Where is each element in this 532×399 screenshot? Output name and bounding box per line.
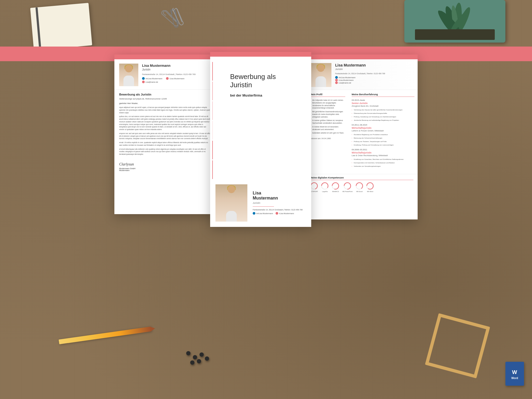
cover-letter-body: Bewerbung als Juristin Stellenanzeige au…: [114, 90, 215, 160]
person-divider: [253, 206, 274, 207]
svg-text:W: W: [512, 369, 517, 375]
cv-body: Mein Profil Als Volljuristin habe ich im…: [306, 90, 418, 173]
letter-para-1: oque adipisunt sam qui archi! xqam, ut l…: [119, 106, 211, 114]
pos2-bullet-1: Rechtliche Begleitung von Produkten entw…: [352, 134, 414, 136]
word-icon: W Word: [505, 362, 524, 386]
pushpin-3: [200, 352, 204, 357]
twitter-right: /Lisa-Mustermann: [335, 79, 385, 81]
stripe-6: [212, 160, 223, 179]
skill-label-2: WinMACS: [332, 191, 339, 192]
person-info-middle: Lisa Mustermann Juristin Fantasiestraße …: [253, 190, 303, 215]
pushpin-5: [197, 359, 201, 363]
skill-label-1: LegalVis: [322, 191, 328, 192]
skill-item-2: WinMACS: [332, 182, 339, 192]
pos3-bullet-2: Korrespondenz mit Gerichten, Schiedswese…: [352, 162, 414, 164]
svg-rect-0: [415, 29, 495, 40]
doc-pink-top-middle: [210, 52, 311, 57]
cover-letter-header: Lisa Mustermann Juristin Fantasiestraße …: [114, 59, 215, 90]
twitter-left: /Lisa-Mustermann: [166, 77, 184, 80]
cv-jobtitle-3: Wirtschaftsjuristin: [352, 151, 414, 154]
stripe-3: [212, 101, 223, 120]
profile-section-title: Mein Profil: [310, 93, 345, 97]
pos1-bullet-3: Prüfung, Gestaltung und Verwaltung von D…: [352, 116, 414, 118]
letter-para-3: empore nec aut luat quis sare oum velte …: [119, 132, 211, 140]
person-title-middle: Juristin: [253, 202, 303, 204]
cv-right-col: Meine Berufserfahrung 09.2015–heute Seni…: [348, 90, 418, 173]
word-label: Word: [511, 377, 518, 380]
pushpin-6: [205, 356, 209, 361]
letter-signature: Clarlysun Mustermann GmbH Mustermann: [114, 160, 215, 173]
pos3-bullet-3: Vorbereite von Verwaltungslandungen: [352, 165, 414, 168]
profile-bullet-2: Bei gerichtlichen Auseinandersetzungen k…: [310, 110, 345, 118]
name-right: Lisa Mustermann: [335, 63, 385, 67]
pushpin-4: [190, 360, 194, 365]
company-name: bei der Musterfirma: [230, 93, 306, 97]
pos2-bullet-4: Erstellung, Prüfung und Verwaltung von L…: [352, 144, 414, 146]
signature-title: Mustermann: [119, 169, 211, 171]
letter-para-5: et erunt dolumquaur alis dollorem volo q…: [119, 148, 211, 156]
title-bottom: Lisa Mustermann Juristin Fantasiestraße …: [210, 184, 311, 227]
stripe-5: [212, 141, 223, 159]
pos3-bullet-1: Erstellung von Gutachten, Berichten und …: [352, 158, 414, 161]
letter-para-2: quibus dus, cor aut eweoo corem pkene es…: [119, 115, 211, 131]
cv-document: Lisa Mustermann Juristin Fantasiestraße …: [306, 55, 418, 219]
linkedin-right: /in/Lisa-Mustermann: [335, 76, 385, 79]
linkedin-left: /in/Lisa-Mustermann: [142, 77, 162, 80]
skill-item-4: MS Excel: [356, 182, 363, 192]
skill-label-0: ACTAPORT: [310, 191, 318, 192]
profile-bullet-5: Außerdem arbeite ich sehr gern im Team.: [310, 132, 345, 134]
cv-date-3: 09.2006–03.2011: [352, 148, 414, 151]
letter-greeting: geehrter Herr Muster,: [119, 102, 211, 105]
skill-item-0: ACTAPORT: [310, 182, 318, 192]
letter-para-4: ernali. Ut enifus explicib in core, qual…: [119, 141, 211, 147]
doc-pink-top-right: [306, 55, 418, 59]
cover-letter-document: Lisa Mustermann Juristin Fantasiestraße …: [114, 55, 215, 214]
profile-bullet-1: Als Volljuristin habe ich im Laufe meine…: [310, 99, 345, 109]
stripe-1: [212, 62, 223, 81]
signature-company: Mustermann GmbH: [119, 168, 211, 169]
cv-jobtitle-2: Wirtschaftsjuristin: [352, 127, 414, 129]
documents-container: Lisa Mustermann Juristin Fantasiestraße …: [0, 52, 532, 227]
cv-date-1: 09.2015–heute: [352, 99, 414, 101]
title-content: Bewerbung als Juristin bei der Musterfir…: [225, 57, 311, 184]
name-left: Lisa Mustermann: [142, 64, 196, 68]
person-photo-middle: [215, 184, 247, 222]
bewerbung-title: Bewerbung als Juristin: [230, 73, 306, 89]
decorative-stripes: [210, 57, 225, 184]
avatar-left: [119, 64, 138, 86]
avatar-right: [310, 63, 331, 87]
letter-subject: Bewerbung als Juristin: [119, 93, 211, 96]
skills-section: Meine digitalen Kompetenzen ACTAPORT Leg…: [306, 174, 418, 196]
skill-label-3: MS PowerPoint: [342, 191, 352, 192]
stripe-2: [212, 82, 223, 100]
skills-row: ACTAPORT LegalVis WinMACS MS PowerPoint …: [310, 182, 413, 192]
cv-company-1: Zinsglück Bank AG, Großstadt: [352, 105, 414, 107]
title-right: Juristin: [335, 68, 385, 70]
signature-handwriting: Clarlysun: [119, 162, 211, 167]
skill-item-1: LegalVis: [321, 182, 329, 192]
pushpin-2: [193, 355, 197, 359]
linkedin-middle: /in/Lisa-Mustermann: [253, 212, 273, 215]
stripe-section: Bewerbung als Juristin bei der Musterfir…: [210, 57, 311, 184]
pos1-bullet-4: Juristische Beratung und selbständige Be…: [352, 119, 414, 122]
pos1-bullet-1: Vertretung des Hauses bei allen gerichtl…: [352, 109, 414, 111]
skill-label-4: MS Excel: [356, 191, 363, 192]
paperclips-decoration: [160, 8, 186, 29]
person-address-middle: Fantasiestraße 14, 33114 Großstadt | Tel…: [253, 209, 303, 211]
cv-date-2: 04.2011–08.2015: [352, 124, 414, 126]
cv-left-col: Mein Profil Als Volljuristin habe ich im…: [306, 90, 348, 173]
email-left: Lisa@name.de: [142, 81, 158, 83]
pushpin-1: [186, 351, 190, 355]
cv-jobtitle-1: Senior-Juristin: [352, 102, 414, 105]
pos2-bullet-3: Prüfung von Textaren, Verpackungen auf F…: [352, 140, 414, 143]
doc-pink-top-left: [114, 55, 215, 59]
notebook-decoration: [30, 3, 92, 51]
plant-tray-decoration: [404, 0, 505, 43]
profile-bullet-3: In meiner größten Stärken ist, komplexe …: [310, 119, 345, 124]
born-date: Geboren am: 04.04.1980: [310, 138, 345, 139]
address-left: Fantasiestraße 14, 33114 Großstadt | Tel…: [142, 73, 196, 76]
cv-company-3: Law & Order Rechtsberatung, Mittelstadt: [352, 154, 414, 157]
cv-header: Lisa Mustermann Juristin Fantasiestraße …: [306, 59, 418, 90]
title-page-document: Bewerbung als Juristin bei der Musterfir…: [210, 52, 311, 227]
experience-section-title: Meine Berufserfahrung: [352, 93, 414, 97]
